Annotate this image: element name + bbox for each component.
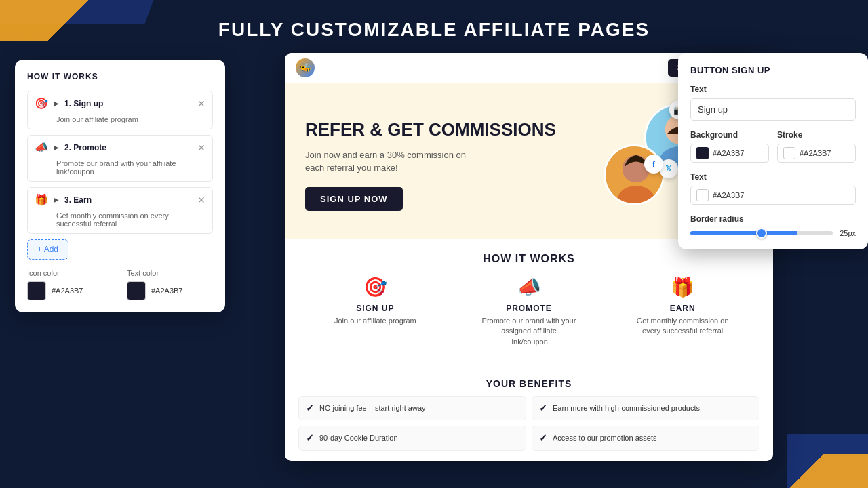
benefits-grid: ✓ NO joining fee – start right away ✓ Ea… [298,396,760,450]
corner-decoration-tl [0,0,136,41]
step-2-close-icon[interactable]: ✕ [197,142,205,153]
preview-step-2-desc: Promote our brand with your assigned aff… [481,316,576,347]
how-it-works-preview-section: HOW IT WORKS 🎯 SIGN UP Join our affiliat… [285,239,773,371]
border-radius-value: 25px [840,229,856,237]
browser-logo: 🐝 [296,58,315,77]
stroke-color-swatch[interactable] [783,147,795,159]
icon-color-value: #A2A3B7 [52,287,83,295]
border-radius-label: Border radius [690,214,856,224]
text-color-swatch-btn[interactable] [696,189,709,201]
preview-step-2: 📣 PROMOTE Promote our brand with your as… [452,276,606,347]
hero-text: REFER & GET COMMISSIONS Join now and ear… [305,119,556,211]
step-row-2: 📣 ▶ 2. Promote ✕ Promote our brand with … [27,135,213,182]
benefits-heading: YOUR BENEFITS [298,378,760,389]
step-row-2-header: 📣 ▶ 2. Promote ✕ [28,136,212,159]
step-row-1-header: 🎯 ▶ 1. Sign up ✕ [28,92,212,115]
benefit-2-check: ✓ [539,402,547,414]
text-swatch-value: #A2A3B7 [713,191,744,199]
step-1-desc: Join our affiliate program [28,115,212,129]
step-3-name: 3. Earn [64,195,192,205]
right-panel-title: BUTTON SIGN UP [690,65,856,75]
how-it-works-editor-panel: HOW IT WORKS 🎯 ▶ 1. Sign up ✕ Join our a… [15,60,225,312]
step-1-name: 1. Sign up [64,99,192,108]
text-section-label: Text [690,172,856,182]
text-color-group: Text color #A2A3B7 [127,269,213,300]
icon-color-label: Icon color [27,269,113,277]
stroke-label: Stroke [777,130,856,140]
bg-stroke-row: Background #A2A3B7 Stroke #A2A3B7 [690,130,856,163]
benefits-section: YOUR BENEFITS ✓ NO joining fee – start r… [285,371,773,460]
preview-step-1: 🎯 SIGN UP Join our affiliate program [298,276,452,347]
text-color-swatch[interactable] [127,281,146,300]
preview-step-3-icon: 🎁 [606,276,760,298]
steps-row: 🎯 SIGN UP Join our affiliate program 📣 P… [298,276,760,347]
preview-step-1-desc: Join our affiliate program [328,316,422,326]
text-field-label: Text [690,85,856,94]
left-panel-title: HOW IT WORKS [27,72,213,81]
benefit-1-text: NO joining fee – start right away [319,403,426,413]
bg-color-swatch[interactable] [696,147,709,159]
step-3-icon: 🎁 [35,193,48,206]
step-3-close-icon[interactable]: ✕ [197,195,205,205]
preview-step-2-icon: 📣 [452,276,606,298]
step-3-play-icon[interactable]: ▶ [54,196,59,203]
background-col: Background #A2A3B7 [690,130,769,163]
benefit-item-4: ✓ Access to our promotion assets [532,426,760,450]
preview-step-2-label: PROMOTE [452,304,606,313]
border-radius-slider-container: 25px [690,229,856,237]
benefit-2-text: Earn more with high-commissioned product… [553,403,700,413]
color-controls: Icon color #A2A3B7 Text color #A2A3B7 [27,269,213,300]
border-radius-slider[interactable] [690,231,833,235]
step-2-icon: 📣 [35,141,48,154]
preview-step-1-icon: 🎯 [298,276,452,298]
benefit-4-check: ✓ [539,432,547,444]
step-row-3-header: 🎁 ▶ 3. Earn ✕ [28,188,212,211]
step-2-desc: Promote our brand with your affiliate li… [28,159,212,181]
preview-step-3-label: EARN [606,304,760,313]
preview-step-3: 🎁 EARN Get monthly commission on every s… [606,276,760,347]
stroke-col: Stroke #A2A3B7 [777,130,856,163]
bg-swatch-input: #A2A3B7 [690,144,769,163]
stroke-color-value: #A2A3B7 [800,149,831,157]
signup-text-input[interactable] [690,98,856,121]
icon-color-group: Icon color #A2A3B7 [27,269,113,300]
step-1-icon: 🎯 [35,97,48,110]
text-color-label: Text color [127,269,213,277]
add-step-button[interactable]: + Add [27,239,68,260]
text-color-swatch-row: #A2A3B7 [127,281,213,300]
icon-color-swatch[interactable] [27,281,46,300]
step-3-desc: Get monthly commission on every successf… [28,211,212,233]
benefit-1-check: ✓ [306,402,314,414]
facebook-icon: f [644,155,663,174]
icon-color-swatch-row: #A2A3B7 [27,281,113,300]
avatar-2 [604,144,665,205]
benefit-3-text: 90-day Cookie Duration [319,433,398,443]
bg-label: Background [690,130,769,140]
stroke-swatch-input: #A2A3B7 [777,144,856,163]
main-area: HOW IT WORKS 🎯 ▶ 1. Sign up ✕ Join our a… [0,53,868,461]
step-1-close-icon[interactable]: ✕ [197,98,205,109]
text-color-swatch-input: #A2A3B7 [690,186,856,205]
hero-subtext: Join now and earn a 30% commission on ea… [305,148,481,175]
step-row-3: 🎁 ▶ 3. Earn ✕ Get monthly commission on … [27,187,213,234]
benefit-item-3: ✓ 90-day Cookie Duration [298,426,526,450]
button-signup-editor-panel: BUTTON SIGN UP Text Background #A2A3B7 S… [678,53,868,249]
step-row-1: 🎯 ▶ 1. Sign up ✕ Join our affiliate prog… [27,91,213,129]
step-2-play-icon[interactable]: ▶ [54,144,59,151]
step-1-play-icon[interactable]: ▶ [54,100,59,107]
hero-heading: REFER & GET COMMISSIONS [305,119,556,140]
step-2-name: 2. Promote [64,143,192,152]
hero-cta-button[interactable]: SIGN UP NOW [305,187,403,211]
how-it-works-heading: HOW IT WORKS [298,253,760,265]
benefit-4-text: Access to our promotion assets [553,433,656,443]
preview-step-3-desc: Get monthly commission on every successf… [635,316,730,337]
text-color-value: #A2A3B7 [151,287,182,295]
preview-step-1-label: SIGN UP [298,304,452,313]
benefit-3-check: ✓ [306,432,314,444]
benefit-item-1: ✓ NO joining fee – start right away [298,396,526,420]
bg-color-value: #A2A3B7 [713,149,744,157]
border-radius-row: Border radius 25px [690,214,856,237]
benefit-item-2: ✓ Earn more with high-commissioned produ… [532,396,760,420]
